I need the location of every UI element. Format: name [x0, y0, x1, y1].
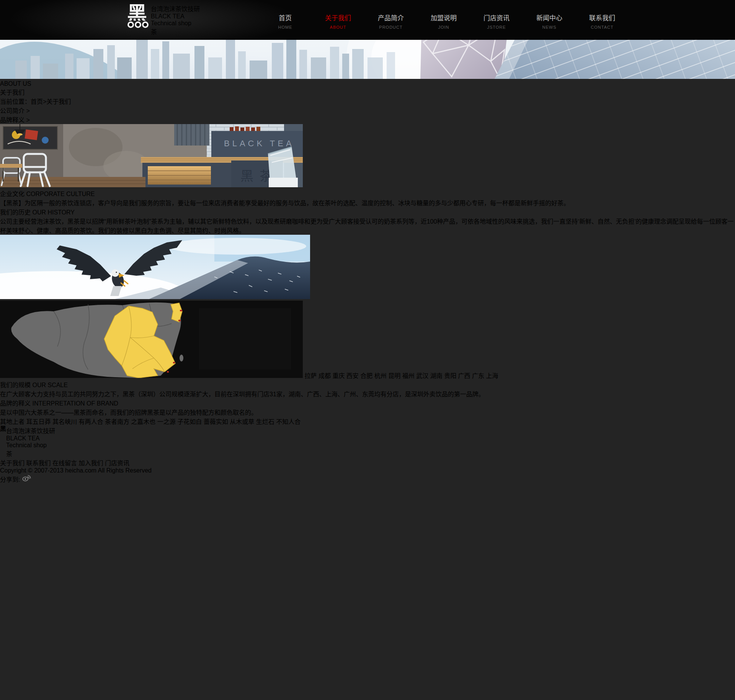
logo-name-box: BLACK TEA Technical shop — [6, 435, 55, 449]
tab-brand-interpretation[interactable]: 品牌释义 > — [0, 115, 735, 124]
map-store-label: 广东 — [472, 373, 484, 379]
section-our-history: 我们的历史 OUR HISTORY 公司主要经营泡沫茶饮，黑茶是以招牌“用新鲜茶… — [0, 207, 735, 235]
hei-character: 黑 — [0, 426, 6, 432]
footer-link-stores[interactable]: 门店资讯 — [105, 460, 129, 466]
nav-item-product[interactable]: 产品简介 PRODUCT — [364, 0, 417, 40]
share-label: 分享到: — [0, 476, 20, 483]
section-title-en: OUR HISTORY — [32, 209, 75, 216]
footer-link-message[interactable]: 在线留言 — [52, 460, 77, 466]
section-title-cn: 我们的历史 — [0, 209, 31, 216]
brand-logo-large: 黑 台湾泡沫茶饮技研 BLACK TEA Technical shop 茶 — [0, 426, 735, 458]
footer-link-contact[interactable]: 联系我们 — [26, 460, 51, 466]
map-store-label: 武汉 — [416, 373, 428, 379]
nav-item-news[interactable]: 新闻中心 NEWS — [523, 0, 576, 40]
shop-interior-image: BLACK TEA 黑 茶 — [0, 124, 735, 189]
svg-text:BLACK TEA: BLACK TEA — [224, 139, 294, 148]
chevron-right-icon: > — [26, 117, 29, 123]
section-paragraph: 是以中国六大茶系之一——黑茶而命名，而我们的招牌黑茶是以产品的独特配方和颜色取名… — [0, 407, 735, 417]
nav-item-home[interactable]: 首页 HOME — [259, 0, 312, 40]
logo-subtitle: Technical shop — [151, 20, 200, 27]
tab-company-profile[interactable]: 公司简介 > — [0, 106, 735, 115]
coffee-bean-icon — [148, 27, 154, 33]
copyright-text: Copyright © 2007-2013 heicha.com All Rig… — [0, 467, 735, 474]
section-paragraph: 在广大顾客大力支持与员工的共同努力之下，黑茶（深圳）公司规模逐渐扩大，目前在深圳… — [0, 389, 735, 398]
china-map-image: 拉萨 成都 重庆 西安 合肥 杭州 昆明 福州 武汉 湖南 贵阳 广西 广东 上… — [0, 301, 735, 380]
breadcrumb[interactable]: 当前位置：首页>关于我们 — [0, 96, 735, 106]
logo-name: BLACK TEA — [6, 435, 55, 442]
map-city-label: 昆明 — [388, 373, 400, 379]
section-our-scale: 我们的规模 OUR SCALE 在广大顾客大力支持与员工的共同努力之下，黑茶（深… — [0, 380, 735, 398]
brand-logo[interactable]: 黑 台湾泡沫茶饮技研 BLACK TEA Technical shop 茶 — [127, 4, 200, 36]
section-paragraph: 【黑茶】为区隔一般的茶饮连锁店，客户导向是我们服务的宗旨，要让每一位来店消费者能… — [0, 198, 735, 207]
logo-tagline: 台湾泡沫茶饮技研 — [6, 426, 55, 435]
hei-cart-glyph: 黑 — [127, 4, 151, 34]
hei-cart-glyph: 黑 — [0, 426, 6, 432]
footer-link-about[interactable]: 关于我们 — [0, 460, 24, 466]
map-city-label: 西安 — [346, 373, 359, 379]
section-title-cn: 企业文化 — [0, 191, 24, 197]
top-header: 黑 台湾泡沫茶饮技研 BLACK TEA Technical shop 茶 首页… — [0, 0, 735, 40]
map-city-label: 合肥 — [360, 373, 372, 379]
section-paragraph: 公司主要经营泡沫茶饮，黑茶是以招牌“用新鲜茶叶泡制”茶系为主轴，辅以其它新鲜特色… — [0, 216, 735, 235]
page: 黑 台湾泡沫茶饮技研 BLACK TEA Technical shop 茶 首页… — [0, 0, 735, 700]
svg-text:黑: 黑 — [240, 168, 253, 184]
cha-character-box: 茶 — [151, 27, 200, 36]
logo-name-box: BLACK TEA Technical shop — [151, 13, 200, 27]
nav-item-join[interactable]: 加盟说明 JOIN — [417, 0, 470, 40]
map-store-label: 广西 — [458, 373, 470, 379]
section-title-en: INTERPRETATION OF BRAND — [32, 400, 118, 407]
share-bar: 分享到: — [0, 474, 735, 484]
footer-link-join[interactable]: 加入我们 — [78, 460, 103, 466]
logo-name: BLACK TEA — [151, 13, 200, 20]
logo-subtitle: Technical shop — [6, 442, 55, 449]
map-city-label: 拉萨 — [304, 373, 317, 379]
hei-character: 黑 — [127, 4, 151, 21]
nav-item-contact[interactable]: 联系我们 CONTACT — [576, 0, 629, 40]
section-title-en: CORPORATE CULTURE — [26, 191, 95, 197]
section-corporate-culture: 企业文化 CORPORATE CULTURE 【黑茶】为区隔一般的茶饮连锁店，客… — [0, 189, 735, 207]
page-title: 关于我们 — [0, 87, 735, 96]
map-city-label: 杭州 — [374, 373, 387, 379]
section-title-en: OUR SCALE — [32, 382, 67, 388]
eagle-mountain-image — [0, 235, 735, 301]
map-store-label: 湖南 — [430, 373, 443, 379]
page-title-band: ABOUT US 关于我们 当前位置：首页>关于我们 — [0, 80, 735, 106]
section-brand-interpretation: 品牌的释义 INTERPRETATION OF BRAND 是以中国六大茶系之一… — [0, 398, 735, 417]
map-city-label: 成都 — [318, 373, 331, 379]
main-nav: 首页 HOME 关于我们 ABOUT 产品简介 PRODUCT 加盟说明 JOI… — [259, 0, 629, 40]
section-title-cn: 我们的规模 — [0, 382, 31, 388]
chevron-right-icon: > — [26, 108, 29, 114]
weibo-share-icon[interactable] — [22, 476, 31, 483]
map-city-label: 福州 — [402, 373, 415, 379]
brand-banner-image: 其地上者 耳五日莽 其名峡川 有两人合 茶者南方 之嘉木也 一之源 子花如白 蔷… — [0, 417, 735, 458]
page-title-en: ABOUT US — [0, 80, 735, 87]
nav-item-about[interactable]: 关于我们 ABOUT — [312, 0, 364, 40]
logo-wheels — [127, 21, 151, 28]
cha-character-box: 茶 — [6, 449, 55, 458]
nav-item-jstore[interactable]: 门店资讯 JSTORE — [470, 0, 523, 40]
footer: 关于我们 联系我们 在线留言 加入我们 门店资讯 Copyright © 200… — [0, 458, 735, 484]
map-store-label: 上海 — [486, 373, 498, 379]
map-store-label: 贵阳 — [444, 373, 456, 379]
logo-tagline: 台湾泡沫茶饮技研 — [151, 4, 200, 13]
footer-links: 关于我们 联系我们 在线留言 加入我们 门店资讯 — [0, 458, 735, 467]
map-city-label: 重庆 — [332, 373, 345, 379]
section-title-cn: 品牌的释义 — [0, 400, 31, 407]
